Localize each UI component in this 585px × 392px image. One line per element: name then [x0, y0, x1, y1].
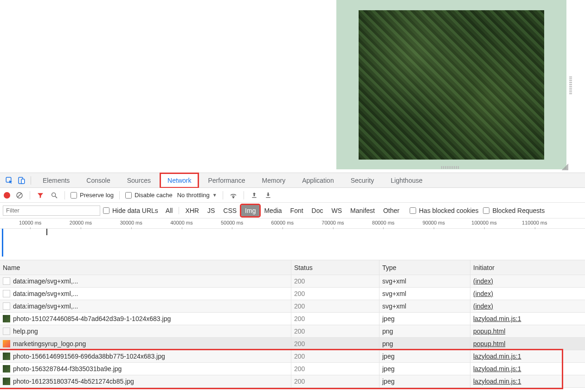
blocked-requests-checkbox[interactable]: Blocked Requests	[483, 207, 545, 214]
file-thumb-icon	[3, 340, 10, 347]
col-type[interactable]: Type	[379, 260, 470, 275]
resize-handle-vertical[interactable]	[569, 77, 572, 95]
ftype-ws[interactable]: WS	[328, 205, 346, 216]
tab-network[interactable]: Network	[160, 173, 199, 188]
devtools-panel: Elements Console Sources Network Perform…	[0, 173, 585, 392]
clear-icon[interactable]	[15, 191, 24, 200]
ftype-manifest[interactable]: Manifest	[347, 205, 379, 216]
tab-sources[interactable]: Sources	[119, 173, 159, 188]
cell-type: jpeg	[379, 350, 470, 362]
cell-initiator: lazyload.min.js:1	[470, 363, 585, 375]
cell-status: 200	[291, 300, 379, 312]
ftype-img[interactable]: Img	[241, 205, 259, 216]
inspect-icon[interactable]	[4, 175, 15, 186]
col-status[interactable]: Status	[291, 260, 379, 275]
tab-console[interactable]: Console	[78, 173, 118, 188]
preserve-log-label: Preserve log	[80, 192, 114, 199]
hide-data-urls-checkbox[interactable]: Hide data URLs	[103, 207, 158, 214]
table-row[interactable]: photo-1612351803745-4b521274cb85.jpg200j…	[0, 375, 585, 388]
col-name[interactable]: Name	[0, 260, 291, 275]
cell-initiator: lazyload.min.js:1	[470, 375, 585, 387]
initiator-link[interactable]: (index)	[473, 277, 493, 285]
cell-type: svg+xml	[379, 288, 470, 300]
svg-line-4	[18, 193, 21, 197]
col-initiator[interactable]: Initiator	[470, 260, 585, 275]
tab-elements[interactable]: Elements	[35, 173, 77, 188]
ftype-other[interactable]: Other	[379, 205, 403, 216]
initiator-link[interactable]: lazyload.min.js:1	[473, 378, 521, 385]
timeline-marker[interactable]	[2, 229, 3, 257]
timeline-tick: 60000 ms	[271, 220, 294, 225]
record-button[interactable]	[4, 192, 10, 199]
ftype-doc[interactable]: Doc	[308, 205, 327, 216]
throttling-select[interactable]: No throttling ▼	[177, 192, 217, 199]
network-toolbar: Preserve log Disable cache No throttling…	[0, 188, 585, 203]
file-thumb-icon	[3, 277, 10, 285]
cell-status: 200	[291, 313, 379, 325]
initiator-link[interactable]: popup.html	[473, 328, 505, 335]
initiator-link[interactable]: popup.html	[473, 340, 505, 347]
table-row[interactable]: help.png200pngpopup.html	[0, 325, 585, 338]
initiator-link[interactable]: (index)	[473, 302, 493, 310]
ftype-media[interactable]: Media	[260, 205, 285, 216]
timeline-tick: 50000 ms	[221, 220, 243, 225]
table-row[interactable]: marketingsyrup_logo.png200pngpopup.html	[0, 338, 585, 350]
ftype-font[interactable]: Font	[287, 205, 307, 216]
chevron-down-icon: ▼	[212, 193, 217, 198]
timeline-tick: 10000 ms	[19, 220, 41, 225]
timeline-tick: 100000 ms	[471, 220, 496, 225]
download-icon[interactable]	[264, 191, 273, 200]
device-toggle-icon[interactable]	[16, 175, 27, 186]
cell-type: jpeg	[379, 375, 470, 387]
disable-cache-checkbox[interactable]: Disable cache	[125, 192, 173, 199]
tab-security[interactable]: Security	[343, 173, 382, 188]
cell-initiator: (index)	[470, 275, 585, 287]
table-row[interactable]: data:image/svg+xml,...200svg+xml(index)	[0, 275, 585, 288]
resize-handle-horizontal[interactable]	[441, 166, 460, 169]
file-thumb-icon	[3, 290, 10, 297]
hide-data-urls-label: Hide data URLs	[112, 207, 158, 214]
network-timeline[interactable]: 10000 ms20000 ms30000 ms40000 ms50000 ms…	[0, 218, 585, 260]
cell-name: marketingsyrup_logo.png	[0, 338, 291, 350]
resize-corner-icon[interactable]	[562, 164, 568, 170]
initiator-link[interactable]: lazyload.min.js:1	[473, 353, 521, 360]
file-thumb-icon	[3, 328, 10, 335]
cell-status: 200	[291, 288, 379, 300]
timeline-tick: 110000 ms	[522, 220, 547, 225]
ftype-all[interactable]: All	[162, 205, 177, 216]
initiator-link[interactable]: lazyload.min.js:1	[473, 365, 521, 373]
ftype-js[interactable]: JS	[204, 205, 219, 216]
svg-line-6	[55, 196, 57, 198]
tab-performance[interactable]: Performance	[200, 173, 253, 188]
table-row[interactable]: photo-1566146991569-696da38bb775-1024x68…	[0, 350, 585, 363]
blocked-cookies-checkbox[interactable]: Has blocked cookies	[410, 207, 478, 214]
table-row[interactable]: photo-1563287844-f3b35031ba9e.jpg200jpeg…	[0, 363, 585, 375]
initiator-link[interactable]: lazyload.min.js:1	[473, 315, 521, 322]
table-row[interactable]: photo-1510274460854-4b7ad642d3a9-1-1024x…	[0, 313, 585, 325]
preserve-log-checkbox[interactable]: Preserve log	[71, 192, 114, 199]
tab-memory[interactable]: Memory	[254, 173, 294, 188]
cell-initiator: lazyload.min.js:1	[470, 350, 585, 362]
filter-input[interactable]	[3, 206, 100, 216]
ftype-xhr[interactable]: XHR	[181, 205, 203, 216]
table-row[interactable]: data:image/svg+xml,...200svg+xml(index)	[0, 288, 585, 300]
cell-status: 200	[291, 275, 379, 287]
cell-initiator: popup.html	[470, 325, 585, 337]
table-row[interactable]: data:image/svg+xml,...200svg+xml(index)	[0, 300, 585, 313]
upload-icon[interactable]	[250, 191, 259, 200]
initiator-link[interactable]: (index)	[473, 290, 493, 297]
ftype-css[interactable]: CSS	[219, 205, 240, 216]
preview-frame	[336, 0, 566, 169]
file-thumb-icon	[3, 353, 10, 360]
timeline-tick: 70000 ms	[321, 220, 344, 225]
disable-cache-label: Disable cache	[135, 192, 173, 199]
filter-icon[interactable]	[36, 191, 45, 200]
file-thumb-icon	[3, 315, 10, 322]
svg-rect-9	[266, 197, 270, 198]
file-thumb-icon	[3, 302, 10, 310]
tab-lighthouse[interactable]: Lighthouse	[383, 173, 431, 188]
wifi-icon[interactable]	[229, 191, 238, 200]
search-icon[interactable]	[50, 191, 59, 200]
tab-application[interactable]: Application	[294, 173, 342, 188]
cell-status: 200	[291, 350, 379, 362]
